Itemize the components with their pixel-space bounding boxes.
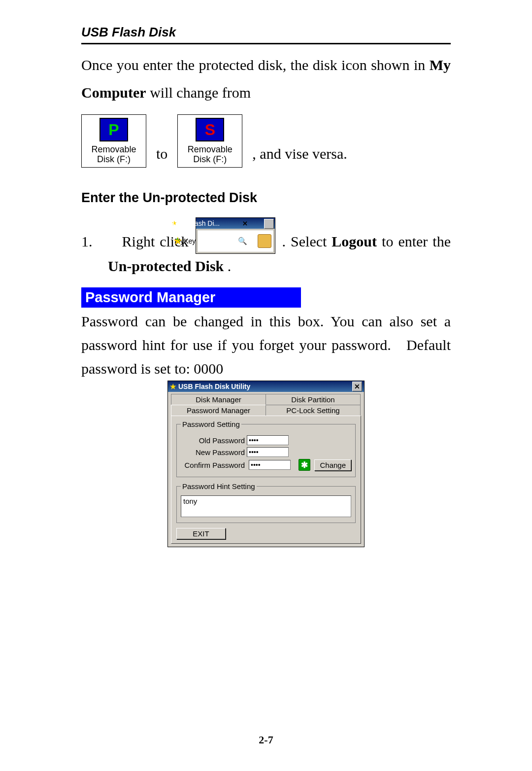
disk-glyph-s: S — [196, 118, 224, 141]
disk-icon-row: P Removable Disk (F:) to S Removable Dis… — [81, 114, 451, 168]
close-icon[interactable]: ✕ — [264, 219, 274, 229]
password-setting-group: Password Setting Old Password New Passwo… — [176, 420, 356, 477]
confirm-password-input[interactable] — [249, 460, 291, 470]
disk-icon-p: P Removable Disk (F:) — [81, 114, 146, 168]
utility-window: ★ USB Flash Disk Utility ✕ Disk Manager … — [167, 381, 365, 547]
step-number: 1. — [81, 233, 93, 249]
manual-page: USB Flash Disk Once you enter the protec… — [0, 0, 532, 771]
magnifier-icon[interactable]: 🔍 — [258, 234, 271, 248]
tab-disk-manager[interactable]: Disk Manager — [171, 394, 266, 405]
password-hint-group: Password Hint Setting — [176, 482, 356, 523]
change-asterisk-icon: ✱ — [299, 459, 310, 471]
disk-label-1: Removable — [91, 144, 136, 154]
password-setting-legend: Password Setting — [181, 420, 241, 428]
step-b: . Select — [282, 233, 332, 249]
utility-titlebar: ★ USB Flash Disk Utility ✕ — [168, 381, 364, 392]
disk-label-1b: Removable — [188, 144, 233, 154]
tray-popup-image: ★ USB Flash Di... ✕ ★↖ MyKey 🔍 — [196, 217, 275, 254]
confirm-password-label: Confirm Password — [181, 461, 245, 469]
disk-glyph-p: P — [100, 118, 128, 141]
page-number: 2-7 — [0, 734, 532, 746]
running-header: USB Flash Disk — [81, 25, 451, 43]
word-to: to — [156, 140, 167, 168]
password-manager-bar: Password Manager — [81, 287, 301, 308]
disk-label-2b: Disk (F:) — [193, 154, 227, 164]
letter-p-icon: P — [108, 125, 119, 135]
old-password-row: Old Password — [181, 435, 351, 445]
password-hint-legend: Password Hint Setting — [181, 482, 257, 491]
new-password-label: New Password — [181, 448, 245, 456]
utility-tabs-row1: Disk Manager Disk Partition — [168, 392, 364, 405]
password-hint-input[interactable] — [181, 495, 351, 517]
logout-bold: Logout — [332, 233, 377, 249]
new-password-row: New Password — [181, 447, 351, 457]
tab-disk-partition[interactable]: Disk Partition — [266, 394, 361, 405]
confirm-password-row: Confirm Password ✱ Change — [181, 459, 351, 471]
header-rule — [81, 43, 451, 44]
util-star-icon: ★ — [170, 383, 176, 390]
old-password-input[interactable] — [247, 435, 289, 445]
intro-paragraph: Once you enter the protected disk, the d… — [81, 51, 451, 106]
unprotected-bold: Un-protected Disk — [108, 258, 224, 274]
after-icon-text: , and vise versa. — [252, 140, 347, 168]
new-password-input[interactable] — [247, 447, 289, 457]
step-d: . — [228, 258, 232, 274]
intro-text-b: will change from — [150, 84, 251, 101]
unprotected-heading: Enter the Un-protected Disk — [81, 190, 451, 206]
exit-button[interactable]: EXIT — [176, 528, 226, 539]
utility-tabs-row2: Password Manager PC-Lock Setting — [168, 405, 364, 416]
change-button[interactable]: Change — [314, 459, 351, 471]
tab-pclock-setting[interactable]: PC-Lock Setting — [266, 405, 361, 416]
tray-body: ★↖ MyKey 🔍 — [197, 230, 274, 252]
util-close-button[interactable]: ✕ — [352, 382, 362, 391]
pwmgr-paragraph: Password can be changed in this box. You… — [81, 310, 451, 381]
utility-title: USB Flash Disk Utility — [178, 383, 250, 390]
intro-text-a: Once you enter the protected disk, the d… — [81, 57, 430, 73]
utility-panel: Password Setting Old Password New Passwo… — [171, 416, 361, 544]
step-1: 1. Right click ★ USB Flash Di... ✕ ★↖ My… — [81, 217, 451, 279]
step-c: to enter the — [382, 233, 451, 249]
tab-password-manager[interactable]: Password Manager — [171, 405, 266, 416]
tray-titlebar: ★ USB Flash Di... ✕ — [196, 218, 275, 229]
letter-s-icon: S — [205, 125, 215, 135]
disk-label-2: Disk (F:) — [97, 154, 131, 164]
old-password-label: Old Password — [181, 436, 245, 445]
disk-icon-s: S Removable Disk (F:) — [177, 114, 242, 168]
